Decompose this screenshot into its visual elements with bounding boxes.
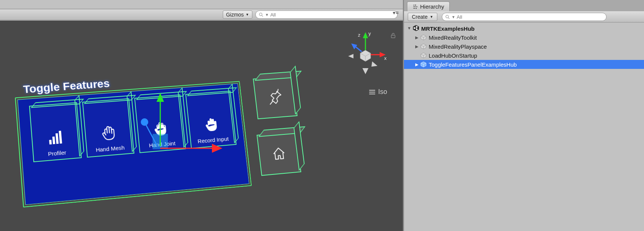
gizmos-dropdown[interactable]: Gizmos ▼	[223, 10, 252, 19]
svg-line-1	[262, 15, 263, 16]
svg-rect-17	[59, 131, 62, 143]
scene-viewport[interactable]: y z x Iso Toggle Features	[0, 21, 403, 231]
gameobject-icon	[420, 43, 427, 50]
feature-btn-profiler[interactable]: Profiler	[29, 102, 82, 162]
side-btn-pin[interactable]	[253, 76, 297, 119]
projection-mode-label: Iso	[378, 88, 387, 96]
side-btn-home[interactable]	[256, 131, 301, 176]
scene-toolbar: Gizmos ▼ ▼	[0, 9, 403, 20]
hand-record-icon	[202, 115, 221, 134]
scene-name: MRTKExamplesHub	[420, 25, 475, 32]
hierarchy-panel: Hierarchy Create ▼ ▼ ▼ MRTKExamplesHub ▶…	[403, 0, 644, 231]
tab-label: Hierarchy	[420, 3, 444, 10]
hierarchy-search[interactable]: ▼	[442, 13, 607, 21]
prefab-icon	[420, 61, 427, 68]
scene-search-input[interactable]	[270, 12, 394, 18]
svg-marker-6	[363, 32, 368, 38]
search-icon	[259, 12, 264, 17]
hierarchy-toolbar: Create ▼ ▼	[404, 11, 644, 22]
scene-view: Gizmos ▼ ▼ ▾≡	[0, 0, 403, 231]
bars-icon	[46, 127, 66, 147]
create-label: Create	[412, 14, 428, 20]
chevron-down-icon[interactable]: ▼	[407, 26, 411, 30]
hand-joint-icon	[151, 119, 170, 138]
tab-hierarchy[interactable]: Hierarchy	[407, 1, 450, 11]
axis-z-label: z	[358, 32, 361, 38]
hierarchy-item[interactable]: ▶ MixedRealityToolkit	[404, 33, 644, 42]
svg-rect-16	[55, 133, 58, 144]
feature-buttons-row: Profiler Hand Mesh Hand Joint	[29, 91, 237, 162]
toggle-features-panel[interactable]: Toggle Features Profiler Hand Mesh	[15, 81, 252, 207]
feature-btn-label: Record Input	[197, 136, 229, 145]
projection-mode-toggle[interactable]: Iso	[369, 88, 387, 96]
hierarchy-item[interactable]: LoadHubOnStartup	[404, 51, 644, 60]
scene-search[interactable]: ▼	[255, 10, 398, 19]
panel-options-icon[interactable]: ▾≡	[391, 10, 400, 16]
panel-tab-row: Hierarchy	[404, 0, 644, 11]
scene-top-strip	[0, 0, 403, 9]
item-label: MixedRealityPlayspace	[428, 43, 487, 50]
projection-lines-icon	[369, 90, 375, 94]
gameobject-icon	[420, 34, 427, 41]
unity-logo-icon	[413, 25, 419, 33]
svg-point-0	[259, 13, 262, 15]
hierarchy-icon	[413, 4, 418, 9]
svg-point-35	[446, 15, 449, 18]
pin-icon	[266, 89, 284, 106]
gameobject-icon	[420, 52, 427, 59]
feature-btn-hand-joint[interactable]: Hand Joint	[134, 94, 186, 153]
feature-btn-hand-mesh[interactable]: Hand Mesh	[82, 98, 134, 158]
hierarchy-item-selected[interactable]: ▶ ToggleFeaturesPanelExamplesHub	[404, 60, 644, 69]
chevron-down-icon: ▼	[265, 13, 269, 17]
chevron-down-icon: ▼	[430, 15, 433, 19]
panel-face: Toggle Features Profiler Hand Mesh	[17, 83, 249, 205]
chevron-down-icon: ▼	[246, 13, 249, 16]
chevron-down-icon: ▼	[452, 15, 455, 19]
feature-btn-record-input[interactable]: Record Input	[185, 91, 237, 149]
svg-point-33	[416, 6, 417, 7]
item-label: ToggleFeaturesPanelExamplesHub	[428, 61, 517, 68]
svg-marker-11	[348, 54, 353, 58]
chevron-right-icon[interactable]: ▶	[414, 35, 419, 40]
hierarchy-search-input[interactable]	[457, 14, 603, 20]
lock-icon[interactable]	[390, 33, 396, 39]
axis-x-label: x	[384, 55, 387, 61]
home-icon	[270, 145, 288, 162]
hierarchy-tree: ▼ MRTKExamplesHub ▶ MixedRealityToolkit …	[404, 22, 644, 70]
axis-y-label: y	[368, 31, 371, 36]
svg-rect-2	[391, 35, 395, 38]
chevron-right-icon[interactable]: ▶	[414, 44, 419, 49]
svg-point-32	[415, 4, 416, 6]
feature-btn-label: Profiler	[48, 149, 67, 157]
scene-row[interactable]: ▼ MRTKExamplesHub	[404, 24, 644, 33]
item-label: LoadHubOnStartup	[428, 52, 477, 59]
feature-btn-label: Hand Joint	[149, 140, 176, 149]
chevron-right-icon[interactable]: ▶	[414, 62, 419, 67]
svg-rect-14	[49, 140, 52, 145]
svg-marker-12	[362, 68, 368, 74]
svg-line-36	[448, 18, 449, 19]
svg-marker-8	[351, 43, 357, 49]
axis-gizmo[interactable]: y z x	[343, 30, 388, 75]
search-icon	[445, 15, 450, 19]
svg-marker-13	[371, 61, 377, 67]
feature-btn-label: Hand Mesh	[95, 144, 125, 153]
item-label: MixedRealityToolkit	[428, 34, 477, 41]
hierarchy-item[interactable]: ▶ MixedRealityPlayspace	[404, 42, 644, 51]
svg-point-34	[416, 8, 417, 9]
create-dropdown[interactable]: Create ▼	[408, 13, 437, 21]
gizmos-label: Gizmos	[226, 12, 244, 18]
